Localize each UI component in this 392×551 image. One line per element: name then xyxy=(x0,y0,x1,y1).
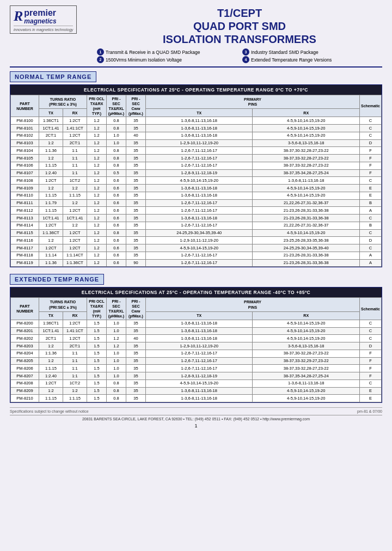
cell-priocl: 1.5 xyxy=(87,342,107,350)
cell-priocl: 1.2 xyxy=(87,147,107,155)
feature-1: 1 Transmit & Receive in a QUAD SMD Packa… xyxy=(97,48,237,56)
cell-part: PM-8118 xyxy=(11,252,39,259)
cell-pintx: 4-5,9-10,14-15,19-20 xyxy=(146,379,253,387)
th-ext-pri-sec1: PRI - SECTX&RXL(µHMax.) xyxy=(107,298,126,320)
extended-temp-label: EXTENDED TEMP RANGE xyxy=(10,274,104,285)
cell-tx: 1:2CT xyxy=(39,222,63,229)
cell-rx: 1CT:2 xyxy=(63,177,87,185)
main-title-line3: ISOLATION TRANSFORMERS xyxy=(97,33,382,46)
cell-rx: 1:2CT xyxy=(63,335,87,342)
logo-rm-icon: R xyxy=(14,9,23,23)
cell-part: PM-8210 xyxy=(11,395,39,402)
table-row: PM-8109 1:2 1:2 1.2 0.6 35 1-3,6-8,11-13… xyxy=(11,185,382,192)
cell-priocl: 1.5 xyxy=(87,335,107,342)
cell-pinrx: 4-5,9-10,14-15,19-20 xyxy=(253,229,359,237)
cell-part: PM-8119 xyxy=(11,259,39,267)
cell-rx: 1:2 xyxy=(63,222,87,229)
cell-part: PM-8107 xyxy=(11,169,39,177)
th-ext-pri-sec2: PRI - SECCww(pfMax.) xyxy=(126,298,146,320)
cell-prisec1: 0.8 xyxy=(107,387,126,395)
normal-temp-table: PARTNUMBER TURNS RATIO(PRI:SEC ± 3%) PRI… xyxy=(10,95,382,267)
main-title-line2: QUAD PORT SMD xyxy=(97,20,382,33)
cell-rx: 1:2 xyxy=(63,185,87,192)
cell-prisec2: 35 xyxy=(126,379,146,387)
th-schematic: Schematic xyxy=(359,95,381,117)
cell-prisec1: 0.8 xyxy=(107,155,126,162)
footer-disclaimer: Specifications subject to change without… xyxy=(10,409,89,413)
cell-part: PM-8209 xyxy=(11,387,39,395)
table-row: PM-8202 2CT:1 1:2CT 1.5 1.2 40 1-3,6-8,1… xyxy=(11,335,382,342)
title-area: T1/CEPT QUAD PORT SMD ISOLATION TRANSFOR… xyxy=(97,5,382,63)
cell-prisec2: 35 xyxy=(126,222,146,229)
cell-rx: 1:1.14CT xyxy=(63,252,87,259)
table-row: PM-8104 1:1.36 1:1 1.2 0.8 35 1-2,6-7,11… xyxy=(11,147,382,155)
logo-tagline: innovators in magnetics technology xyxy=(14,28,73,32)
table-row: PM-8100 1:36CT1 1:2CT 1.2 0.8 35 1-3,6-8… xyxy=(11,117,382,125)
cell-tx: 1:1.15 xyxy=(39,395,63,402)
cell-sch: C xyxy=(359,177,381,185)
cell-tx: 1:2.40 xyxy=(39,169,63,177)
table-row: PM-8119 1:1.36 1:1.36CT 1.2 0.6 90 1-2,6… xyxy=(11,259,382,267)
cell-prisec1: 0.8 xyxy=(107,125,126,132)
cell-sch: F xyxy=(359,147,381,155)
cell-pintx: 1-2,6-7,11-12,16-17 xyxy=(146,222,253,229)
cell-sch: D xyxy=(359,342,381,350)
table-row: PM-8102 2CT:1 1:2CT 1.2 1.0 40 1-3,6-8,1… xyxy=(11,132,382,139)
table-row: PM-8206 1:1.15 1:1 1.5 1.0 35 1-2,6-7,11… xyxy=(11,365,382,372)
cell-rx: 1:1 xyxy=(63,372,87,380)
cell-prisec2: 35 xyxy=(126,185,146,192)
cell-prisec2: 35 xyxy=(126,147,146,155)
cell-pintx: 1-2,6-7,11-12,16-17 xyxy=(146,147,253,155)
th-ext-pins-rx: RX xyxy=(253,311,359,320)
feature-2: 2 1500Vrms Minimum Isolation Voltage xyxy=(97,56,237,63)
cell-priocl: 1.5 xyxy=(87,365,107,372)
cell-rx: 1:2CT xyxy=(63,132,87,139)
cell-pinrx: 38-37,33-32,28-27,23-22 xyxy=(253,365,359,372)
cell-pintx: 1-3,6-8,11-13,16-18 xyxy=(146,387,253,395)
cell-rx: 1:1 xyxy=(63,169,87,177)
cell-part: PM-8115 xyxy=(11,229,39,237)
table-row: PM-8203 1:2 2CT:1 1.5 1.2 35 1-2,9-10,11… xyxy=(11,342,382,350)
th-ext-tx: TX xyxy=(39,311,63,320)
cell-pinrx: 21,22,26-27,31-32,36-37 xyxy=(253,199,359,207)
cell-pintx: 4-5,9-10,14-15,19-20 xyxy=(146,244,253,252)
cell-sch: E xyxy=(359,192,381,199)
cell-part: PM-8200 xyxy=(11,320,39,327)
cell-priocl: 1.2 xyxy=(87,215,107,222)
th-pins-tx: TX xyxy=(146,109,253,117)
cell-pintx: 1-2,6-7,11-12,16-17 xyxy=(146,357,253,365)
th-pri-sec2: PRI - SECCww(pfMax.) xyxy=(126,95,146,117)
logo-area: R premier magnetics innovators in magnet… xyxy=(10,5,97,35)
cell-part: PM-8116 xyxy=(11,237,39,244)
cell-part: PM-8205 xyxy=(11,357,39,365)
cell-sch: B xyxy=(359,199,381,207)
cell-rx: 1:2 xyxy=(63,199,87,207)
cell-tx: 1:2 xyxy=(39,342,63,350)
cell-tx: 1:2 xyxy=(39,185,63,192)
cell-prisec2: 35 xyxy=(126,215,146,222)
cell-priocl: 1.2 xyxy=(87,125,107,132)
table-row: PM-8204 1:1.36 1:1 1.5 1.0 35 1-2,6-7,11… xyxy=(11,350,382,357)
cell-rx: 1:2CT xyxy=(63,320,87,327)
cell-part: PM-8105 xyxy=(11,155,39,162)
cell-prisec1: 0.8 xyxy=(107,147,126,155)
cell-pinrx: 21-23,26-28,31-33,36-38 xyxy=(253,215,359,222)
th-rx: RX xyxy=(63,109,87,117)
cell-sch: C xyxy=(359,117,381,125)
cell-prisec1: 1.2 xyxy=(107,335,126,342)
extended-temp-table-wrapper: ELECTRICAL SPECIFICATIONS AT 25ºC - OPER… xyxy=(10,287,382,403)
cell-part: PM-8201 xyxy=(11,327,39,335)
cell-prisec1: 1.0 xyxy=(107,372,126,380)
th-ext-part-number: PARTNUMBER xyxy=(11,298,39,320)
cell-pinrx: 4-5,9-10,14-15,19-20 xyxy=(253,125,359,132)
cell-prisec1: 0.8 xyxy=(107,117,126,125)
feature-3: 3 Industry Standard SMD Package xyxy=(242,48,382,56)
cell-prisec1: 1.0 xyxy=(107,132,126,139)
extended-temp-spec-header: ELECTRICAL SPECIFICATIONS AT 25ºC - OPER… xyxy=(10,287,382,297)
cell-sch: C xyxy=(359,335,381,342)
cell-rx: 1.41:1CT xyxy=(63,125,87,132)
cell-priocl: 1.5 xyxy=(87,372,107,380)
cell-tx: 1CT:1.41 xyxy=(39,125,63,132)
normal-temp-label: NORMAL TEMP RANGE xyxy=(10,71,96,82)
table-row: PM-8200 1:36CT1 1:2CT 1.5 1.0 35 1-3,6-8… xyxy=(11,320,382,327)
